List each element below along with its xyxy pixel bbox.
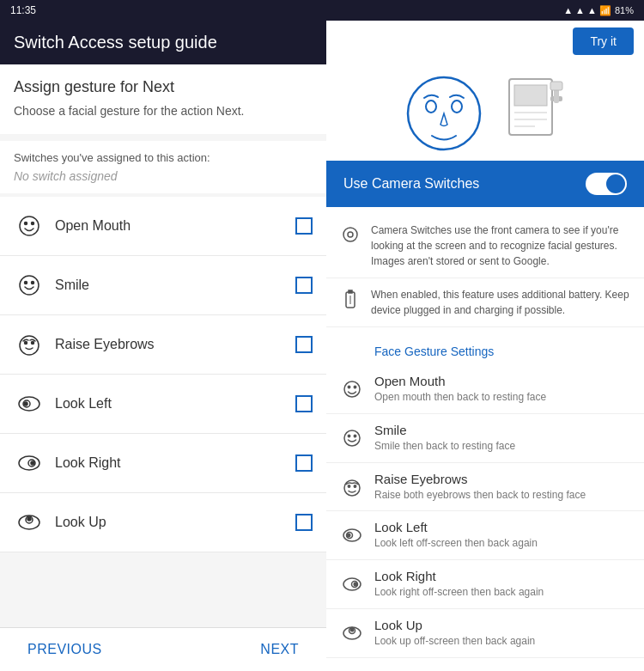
right-gesture-name-look-right: Look Right	[374, 569, 630, 583]
right-open-mouth-icon	[340, 377, 364, 401]
face-gesture-section: Face Gesture Settings Open Mouth Open mo…	[326, 334, 644, 658]
right-look-right-icon	[340, 572, 364, 596]
svg-point-40	[344, 480, 360, 496]
svg-point-3	[20, 276, 39, 295]
app-bar: Switch Access setup guide	[0, 21, 326, 64]
svg-point-51	[350, 628, 354, 631]
gesture-name-look-up: Look Up	[55, 515, 295, 530]
svg-point-38	[348, 435, 349, 436]
assign-section: Assign gesture for Next Choose a facial …	[0, 64, 326, 134]
status-icons: ▲ ▲ ▲ 📶 81%	[563, 5, 634, 16]
gesture-name-look-right: Look Right	[55, 455, 295, 471]
svg-point-17	[27, 517, 31, 521]
gesture-checkbox-look-left[interactable]	[295, 395, 313, 412]
switches-section: Switches you've assigned to this action:…	[0, 141, 326, 193]
open-mouth-icon	[14, 210, 45, 241]
use-camera-bar[interactable]: Use Camera Switches	[326, 161, 644, 207]
gesture-item-look-up[interactable]: Look Up	[0, 493, 326, 552]
gesture-checkbox-look-up[interactable]	[295, 514, 313, 531]
status-battery: 81%	[615, 5, 634, 15]
no-switch-text: No switch assigned	[14, 169, 313, 183]
status-bar: 11:35 ▲ ▲ ▲ 📶 81%	[0, 0, 644, 21]
right-panel: Try it	[326, 21, 644, 671]
right-gesture-item-look-up[interactable]: Look Up Look up off-screen then back aga…	[326, 609, 644, 658]
gesture-checkbox-raise-eyebrows[interactable]	[295, 336, 313, 353]
svg-point-48	[354, 583, 357, 586]
svg-point-8	[32, 341, 34, 344]
right-gesture-desc-look-left: Look left off-screen then back again	[374, 536, 630, 551]
right-gesture-name-open-mouth: Open Mouth	[374, 374, 630, 388]
assign-title: Assign gesture for Next	[14, 78, 313, 96]
try-it-bar: Try it	[326, 21, 644, 62]
gesture-checkbox-open-mouth[interactable]	[295, 217, 313, 235]
left-panel: Switch Access setup guide Assign gesture…	[0, 21, 326, 671]
right-gesture-name-look-up: Look Up	[374, 618, 630, 632]
main-content: Switch Access setup guide Assign gesture…	[0, 21, 644, 671]
bottom-nav: Previous Next	[0, 627, 326, 671]
svg-point-41	[348, 485, 349, 486]
svg-point-4	[25, 281, 27, 284]
previous-button[interactable]: Previous	[27, 642, 102, 657]
right-gesture-item-open-mouth[interactable]: Open Mouth Open mouth then back to resti…	[326, 365, 644, 414]
svg-rect-22	[514, 85, 547, 106]
gesture-list: Open Mouth Smile Raise Eyebrows	[0, 197, 326, 552]
right-gesture-desc-look-up: Look up off-screen then back again	[374, 634, 630, 649]
raise-eyebrows-icon	[14, 329, 45, 360]
svg-point-39	[354, 435, 355, 436]
right-raise-eyebrows-icon	[340, 475, 364, 499]
svg-point-36	[354, 386, 355, 387]
gesture-item-look-left[interactable]: Look Left	[0, 375, 326, 434]
camera-toggle[interactable]	[586, 173, 627, 195]
right-gesture-text-look-up: Look Up Look up off-screen then back aga…	[374, 618, 630, 649]
look-right-icon	[14, 448, 45, 479]
gesture-item-smile[interactable]: Smile	[0, 256, 326, 315]
gesture-name-smile: Smile	[55, 278, 295, 293]
info-section: Camera Switches use the front camera to …	[326, 207, 644, 334]
gesture-item-raise-eyebrows[interactable]: Raise Eyebrows	[0, 315, 326, 375]
camera-info-item: Camera Switches use the front camera to …	[326, 214, 644, 278]
status-signals: ▲ ▲ ▲ 📶	[563, 5, 611, 16]
gesture-item-look-right[interactable]: Look Right	[0, 434, 326, 493]
svg-point-45	[347, 534, 350, 538]
right-gesture-desc-raise-eyebrows: Raise both eyebrows then back to resting…	[374, 488, 630, 503]
svg-point-2	[32, 222, 34, 224]
right-gesture-desc-open-mouth: Open mouth then back to resting face	[374, 390, 630, 405]
right-gesture-item-smile[interactable]: Smile Smile then back to resting face	[326, 414, 644, 463]
svg-point-42	[354, 485, 355, 486]
face-gesture-title: Face Gesture Settings	[326, 334, 644, 365]
right-gesture-name-raise-eyebrows: Raise Eyebrows	[374, 472, 630, 486]
right-gesture-item-look-left[interactable]: Look Left Look left off-screen then back…	[326, 511, 644, 560]
gesture-checkbox-smile[interactable]	[295, 277, 313, 294]
right-gesture-item-raise-eyebrows[interactable]: Raise Eyebrows Raise both eyebrows then …	[326, 463, 644, 512]
assign-desc: Choose a facial gesture for the action N…	[14, 103, 313, 120]
gesture-item-open-mouth[interactable]: Open Mouth	[0, 197, 326, 256]
try-it-button[interactable]: Try it	[573, 27, 634, 55]
camera-illustration	[326, 62, 644, 161]
toggle-knob	[606, 174, 625, 193]
svg-rect-32	[349, 290, 352, 293]
right-gesture-item-look-right[interactable]: Look Right Look right off-screen then ba…	[326, 560, 644, 609]
right-look-up-icon	[340, 621, 364, 645]
right-gesture-name-smile: Smile	[374, 423, 630, 437]
right-gesture-desc-smile: Smile then back to resting face	[374, 439, 630, 454]
svg-point-1	[25, 222, 27, 224]
device-illustration	[501, 75, 569, 152]
right-gesture-text-open-mouth: Open Mouth Open mouth then back to resti…	[374, 374, 630, 405]
right-gesture-desc-look-right: Look right off-screen then back again	[374, 585, 630, 600]
gesture-name-raise-eyebrows: Raise Eyebrows	[55, 337, 295, 352]
svg-point-35	[348, 386, 349, 387]
gesture-checkbox-look-right[interactable]	[295, 454, 313, 472]
svg-point-5	[32, 281, 34, 284]
gesture-name-open-mouth: Open Mouth	[55, 218, 295, 234]
face-illustration	[401, 70, 487, 156]
next-button[interactable]: Next	[260, 642, 299, 657]
switches-label: Switches you've assigned to this action:	[14, 151, 313, 164]
right-gesture-text-look-left: Look Left Look left off-screen then back…	[374, 520, 630, 551]
right-look-left-icon	[340, 523, 364, 547]
svg-point-37	[344, 430, 360, 446]
app-bar-title: Switch Access setup guide	[14, 33, 217, 52]
svg-point-0	[20, 217, 39, 235]
svg-point-19	[426, 101, 436, 113]
look-left-icon	[14, 388, 45, 419]
camera-info-text: Camera Switches use the front camera to …	[371, 223, 630, 269]
